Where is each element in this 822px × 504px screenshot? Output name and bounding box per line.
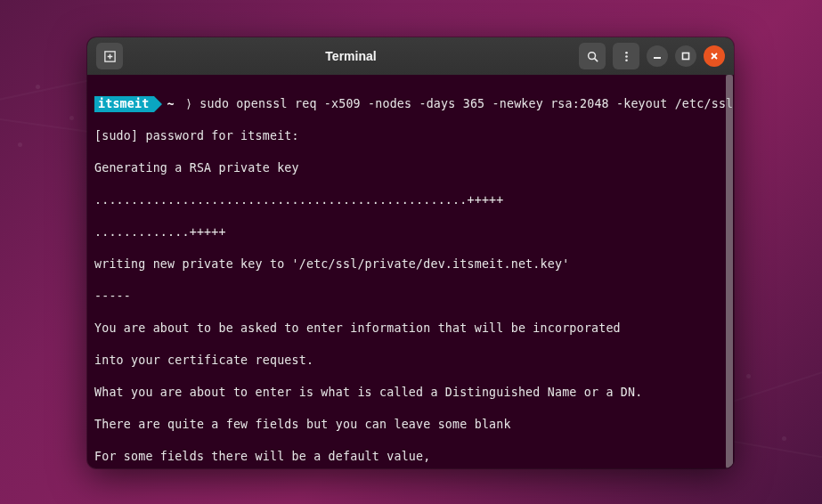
- output-line: You are about to be asked to enter infor…: [94, 321, 727, 337]
- output-line: Generating a RSA private key: [94, 160, 727, 176]
- output-line: writing new private key to '/etc/ssl/pri…: [94, 256, 727, 272]
- svg-point-3: [588, 52, 595, 59]
- terminal-body[interactable]: itsmeit~ ⟩ sudo openssl req -x509 -nodes…: [87, 75, 734, 468]
- menu-button[interactable]: [613, 43, 639, 69]
- svg-line-4: [594, 58, 598, 61]
- search-button[interactable]: [579, 43, 606, 69]
- svg-point-6: [625, 55, 628, 58]
- terminal-window: Terminal itsmeit~ ⟩ sudo openssl req -x5…: [87, 37, 734, 468]
- output-line: There are quite a few fields but you can…: [94, 417, 727, 433]
- new-tab-button[interactable]: [96, 43, 123, 69]
- svg-point-7: [625, 59, 628, 61]
- command-text: sudo openssl req -x509 -nodes -days 365 …: [199, 97, 734, 110]
- window-title: Terminal: [130, 49, 572, 63]
- svg-rect-9: [683, 53, 689, 60]
- output-line: .............+++++: [94, 224, 727, 240]
- output-line: What you are about to enter is what is c…: [94, 385, 727, 401]
- minimize-button[interactable]: [647, 45, 668, 67]
- output-line: [sudo] password for itsmeit:: [94, 128, 727, 144]
- output-line: into your certificate request.: [94, 353, 727, 369]
- svg-point-5: [625, 51, 628, 53]
- output-line: -----: [94, 289, 727, 305]
- close-button[interactable]: [704, 45, 725, 67]
- output-line: For some fields there will be a default …: [94, 449, 727, 465]
- scrollbar-thumb[interactable]: [726, 75, 733, 468]
- prompt-arrow-icon: ⟩: [178, 97, 200, 110]
- scrollbar[interactable]: [726, 75, 733, 468]
- output-line: ........................................…: [94, 192, 727, 208]
- titlebar[interactable]: Terminal: [87, 37, 734, 75]
- prompt-hostname: itsmeit: [94, 96, 154, 112]
- prompt-path: ~: [167, 97, 174, 110]
- maximize-button[interactable]: [675, 45, 696, 67]
